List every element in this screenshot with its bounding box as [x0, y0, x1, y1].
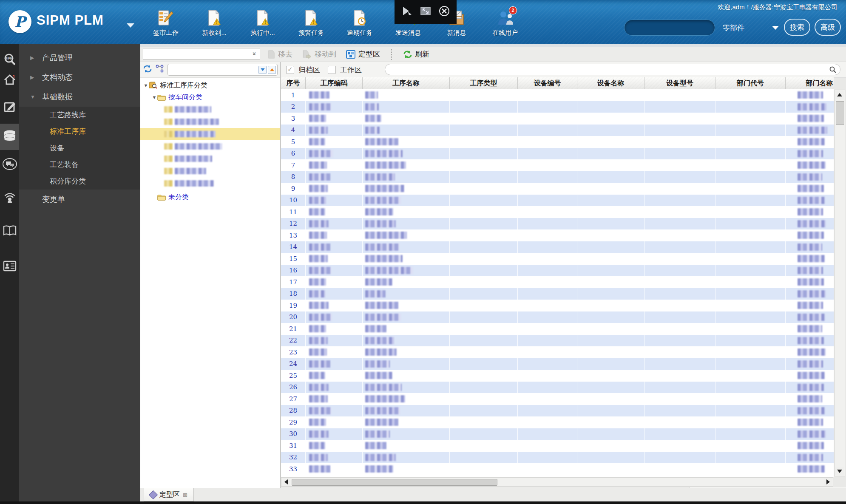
table-row[interactable]: 20	[281, 311, 834, 323]
column-header-工序编码[interactable]: 工序编码	[306, 77, 363, 89]
table-row[interactable]: 24	[281, 358, 834, 370]
search-up-icon[interactable]	[268, 66, 276, 74]
toolbar-overdue-tasks[interactable]: 逾期任务	[341, 9, 378, 37]
table-row[interactable]: 21	[281, 323, 834, 335]
triangle-down-icon[interactable]: ▼	[151, 95, 157, 100]
horizontal-scrollbar[interactable]	[281, 477, 833, 487]
nav-item-产品管理[interactable]: ▶ 产品管理	[19, 48, 140, 68]
table-row[interactable]: 19	[281, 300, 834, 311]
tree-filter-dropdown[interactable]: »	[143, 48, 260, 59]
nav-sub-item-积分库分类[interactable]: 积分库分类	[19, 173, 140, 190]
table-row[interactable]: 31	[281, 440, 834, 452]
hscroll-thumb[interactable]	[292, 479, 497, 486]
toolbar-warning-tasks[interactable]: ! 预警任务	[293, 9, 329, 37]
tree-item-redacted-7[interactable]	[140, 177, 280, 190]
toolbar-sign-review-tasks[interactable]: 签审工作	[148, 9, 184, 37]
global-search-input[interactable]	[624, 20, 715, 36]
table-row[interactable]: 17	[281, 276, 834, 288]
nav-item-基础数据[interactable]: ▼ 基础数据	[19, 87, 140, 107]
rail-item-sipm-search[interactable]: SIPM	[0, 49, 19, 71]
rail-item-library[interactable]	[0, 221, 19, 243]
tree-refresh-icon[interactable]	[143, 65, 152, 75]
vscroll-thumb[interactable]	[836, 101, 844, 125]
table-row[interactable]: 25	[281, 370, 834, 382]
toolbar-new-received-tasks[interactable]: ! 新收到...	[196, 9, 233, 37]
finalize-zone-button[interactable]: 定型区	[343, 48, 383, 61]
table-row[interactable]: 6	[281, 148, 834, 160]
rail-item-home[interactable]	[0, 70, 19, 92]
table-row[interactable]: 30	[281, 428, 834, 440]
search-category-dropdown[interactable]: 零部件	[723, 20, 779, 36]
table-row[interactable]: 16	[281, 265, 834, 277]
scroll-left-button[interactable]	[282, 478, 290, 486]
advanced-search-button[interactable]: 高级	[815, 19, 841, 36]
table-row[interactable]: 10	[281, 195, 834, 207]
search-down-icon[interactable]	[258, 66, 267, 74]
table-row[interactable]: 2	[281, 101, 834, 113]
pointer-icon[interactable]	[401, 6, 412, 18]
rail-item-contacts[interactable]	[0, 256, 19, 278]
column-header-工序类型[interactable]: 工序类型	[450, 77, 518, 89]
table-row[interactable]: 15	[281, 253, 834, 265]
table-row[interactable]: 28	[281, 405, 834, 417]
tree-search-input[interactable]	[167, 64, 278, 76]
nav-sub-item-工艺路线库[interactable]: 工艺路线库	[19, 107, 140, 123]
nav-item-变更单[interactable]: 变更单	[19, 190, 140, 209]
refresh-button[interactable]: 刷新	[400, 48, 432, 61]
rail-item-edit[interactable]	[0, 96, 19, 119]
table-row[interactable]: 3	[281, 113, 834, 125]
scroll-right-button[interactable]	[824, 478, 832, 486]
table-row[interactable]: 27	[281, 393, 834, 405]
close-icon[interactable]	[439, 6, 450, 18]
column-header-部门名称[interactable]: 部门名称	[786, 77, 834, 89]
table-row[interactable]: 1	[281, 89, 834, 101]
table-row[interactable]: 8	[281, 171, 834, 183]
table-row[interactable]: 12	[281, 218, 834, 230]
table-row[interactable]: 7	[281, 159, 834, 171]
rail-item-base-data[interactable]	[0, 124, 19, 150]
tree-group-unclassified[interactable]: 未分类	[140, 191, 280, 203]
tree-item-redacted-4[interactable]	[140, 140, 280, 153]
tree-item-redacted-6[interactable]	[140, 165, 280, 177]
triangle-down-icon[interactable]: ▼	[143, 83, 149, 88]
table-row[interactable]: 29	[281, 416, 834, 428]
table-row[interactable]: 5	[281, 136, 834, 148]
tree-item-redacted-3[interactable]	[140, 128, 280, 140]
vertical-scrollbar[interactable]	[834, 90, 845, 476]
column-header-设备名称[interactable]: 设备名称	[577, 77, 644, 89]
tree-group-workshop[interactable]: ▼ 按车间分类	[140, 91, 280, 103]
table-row[interactable]: 13	[281, 229, 834, 241]
tree-item-redacted-5[interactable]	[140, 153, 280, 165]
column-header-序号[interactable]: 序号	[281, 77, 306, 89]
toolbar-online-users[interactable]: 2 在线用户	[487, 9, 523, 37]
table-row[interactable]: 18	[281, 288, 834, 300]
table-row[interactable]: 32	[281, 452, 834, 464]
table-row[interactable]: 4	[281, 125, 834, 136]
table-row[interactable]: 11	[281, 206, 834, 218]
table-row[interactable]: 22	[281, 335, 834, 347]
tab-close-icon[interactable]: ⊠	[183, 492, 187, 498]
table-row[interactable]: 23	[281, 346, 834, 358]
table-filter-input[interactable]	[385, 64, 840, 75]
nav-sub-item-工艺装备[interactable]: 工艺装备	[19, 156, 140, 173]
search-button[interactable]: 搜索	[784, 19, 810, 36]
rail-item-messages[interactable]	[0, 154, 19, 176]
column-header-部门代号[interactable]: 部门代号	[715, 77, 786, 89]
nav-sub-item-标准工序库[interactable]: 标准工序库	[19, 123, 140, 140]
resize-icon[interactable]	[420, 6, 431, 17]
checkbox-归档区-checked[interactable]	[286, 66, 294, 74]
table-row[interactable]: 9	[281, 183, 834, 195]
scroll-down-button[interactable]	[835, 467, 844, 476]
table-row[interactable]: 14	[281, 241, 834, 253]
tree-item-redacted-1[interactable]	[140, 103, 280, 116]
scroll-up-button[interactable]	[835, 91, 844, 99]
table-row[interactable]: 33	[281, 463, 834, 475]
rail-item-broadcast[interactable]	[0, 188, 19, 210]
tab-finalize-zone[interactable]: 定型区 ⊠	[144, 488, 194, 501]
tree-root[interactable]: ▼ 标准工序库分类	[140, 79, 280, 91]
app-menu-caret-icon[interactable]	[127, 23, 134, 28]
column-header-设备编号[interactable]: 设备编号	[518, 77, 577, 89]
column-header-设备型号[interactable]: 设备型号	[644, 77, 715, 89]
checkbox-工作区-unchecked[interactable]	[328, 66, 336, 74]
nav-sub-item-设备[interactable]: 设备	[19, 140, 140, 156]
